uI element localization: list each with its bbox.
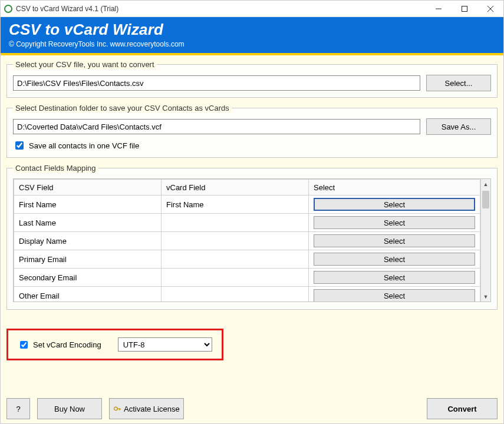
dest-path-input[interactable] [13,119,420,134]
vcard-field-cell[interactable] [162,214,309,232]
mapping-scrollbar[interactable]: ▲ ▼ [480,179,490,302]
convert-button[interactable]: Convert [427,398,498,419]
scroll-up-icon[interactable]: ▲ [481,179,490,189]
banner-heading: CSV to vCard Wizard [9,21,495,39]
table-row: Last NameSelect [14,214,480,232]
dest-legend: Select Destination folder to save your C… [13,104,232,112]
csv-field-cell[interactable]: Secondary Email [14,269,162,287]
table-row: Display NameSelect [14,232,480,250]
close-button[interactable] [477,1,503,17]
table-row: Other EmailSelect [14,287,480,302]
svg-rect-1 [462,6,467,11]
window-title: CSV to vCard Wizard v4.1 (Trial) [16,5,118,13]
table-row: Primary EmailSelect [14,250,480,269]
select-row-button[interactable]: Select [314,198,475,211]
csv-field-cell[interactable]: Other Email [14,287,162,302]
csv-field-cell[interactable]: Display Name [14,232,162,250]
encoding-highlight-box: Set vCard Encoding UTF-8 [6,329,223,360]
mapping-legend: Contact Fields Mapping [13,164,98,173]
maximize-icon [462,6,467,12]
mapping-header-row: CSV Field vCard Field Select [14,180,480,196]
select-cell: Select [309,250,480,269]
source-legend: Select your CSV file, you want to conver… [13,60,157,69]
save-all-checkbox[interactable] [15,141,24,150]
select-cell: Select [309,269,480,287]
scroll-thumb[interactable] [482,191,489,208]
titlebar: CSV to vCard Wizard v4.1 (Trial) [1,1,503,17]
buy-now-button[interactable]: Buy Now [37,398,102,419]
vcard-field-cell[interactable] [162,250,309,269]
mapping-table: CSV Field vCard Field Select First NameF… [14,179,480,302]
vcard-field-cell[interactable]: First Name [162,196,309,214]
help-button[interactable]: ? [6,398,30,419]
set-encoding-checkbox[interactable] [20,341,28,349]
vcard-field-cell[interactable] [162,232,309,250]
save-all-label: Save all contacts in one VCF file [29,141,139,150]
header-csv-field[interactable]: CSV Field [14,180,162,196]
dest-group: Select Destination folder to save your C… [6,104,498,158]
select-row-button[interactable]: Select [314,234,475,247]
select-source-button[interactable]: Select... [426,75,491,91]
app-icon [4,5,12,13]
scroll-down-icon[interactable]: ▼ [481,292,490,302]
activate-license-button[interactable]: Activate License [109,398,184,419]
vcard-field-cell[interactable] [162,269,309,287]
svg-point-4 [114,407,118,410]
select-cell: Select [309,287,480,302]
bottom-bar: ? Buy Now Activate License Convert [6,398,498,419]
header-select[interactable]: Select [309,180,480,196]
csv-field-cell[interactable]: First Name [14,196,162,214]
app-body: Select your CSV file, you want to conver… [1,55,503,424]
select-row-button[interactable]: Select [314,271,475,284]
source-path-input[interactable] [13,75,420,91]
banner-copyright: © Copyright RecoveryTools Inc. www.recov… [9,40,495,48]
select-row-button[interactable]: Select [314,253,475,266]
source-group: Select your CSV file, you want to conver… [6,60,498,98]
csv-field-cell[interactable]: Primary Email [14,250,162,269]
select-row-button[interactable]: Select [314,216,475,229]
header-vcard-field[interactable]: vCard Field [162,180,309,196]
select-cell: Select [309,232,480,250]
csv-field-cell[interactable]: Last Name [14,214,162,232]
table-row: Secondary EmailSelect [14,269,480,287]
mapping-group: Contact Fields Mapping CSV Field vCard F… [6,164,498,310]
vcard-field-cell[interactable] [162,287,309,302]
select-cell: Select [309,196,480,214]
close-icon [487,6,493,12]
table-row: First NameFirst NameSelect [14,196,480,214]
maximize-button[interactable] [452,1,477,17]
key-icon [113,405,121,413]
minimize-button[interactable] [426,1,452,17]
minimize-icon [436,6,442,12]
encoding-select[interactable]: UTF-8 [118,337,212,352]
banner: CSV to vCard Wizard © Copyright Recovery… [1,17,503,55]
select-row-button[interactable]: Select [314,289,475,302]
save-as-button[interactable]: Save As... [426,118,491,135]
select-cell: Select [309,214,480,232]
set-encoding-label: Set vCard Encoding [33,340,101,349]
